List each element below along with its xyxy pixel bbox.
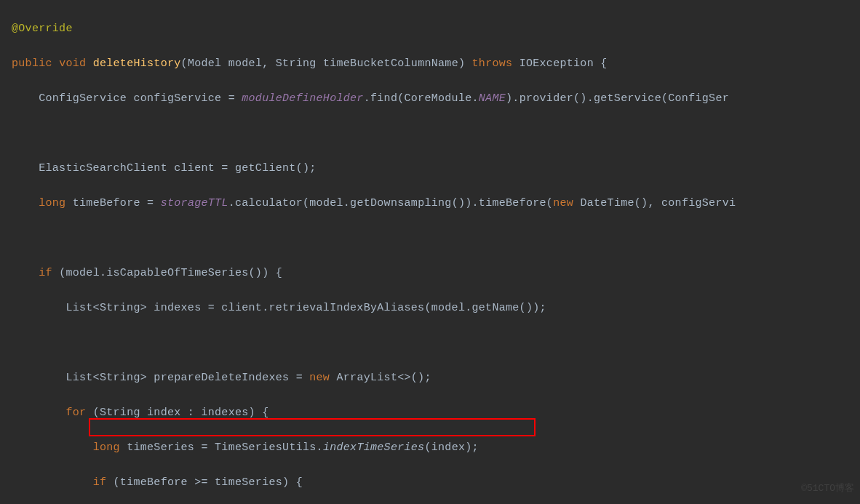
code-line: List<String> prepareDeleteIndexes = new … [12, 369, 860, 387]
code-line: List<String> indexes = client.retrievalI… [12, 300, 860, 317]
code-line [12, 230, 860, 247]
code-line: for (String index : indexes) { [12, 404, 860, 422]
code-line: if (model.isCapableOfTimeSeries()) { [12, 265, 860, 282]
method-name: deleteHistory [93, 57, 181, 70]
code-editor[interactable]: @Override public void deleteHistory(Mode… [0, 0, 860, 504]
code-line: @Override [12, 20, 860, 38]
annotation: @Override [12, 23, 73, 35]
watermark: ©51CTO博客 [801, 481, 854, 497]
code-line: if (timeBefore >= timeSeries) { [12, 474, 860, 492]
code-line [12, 125, 860, 143]
code-line: long timeBefore = storageTTL.calculator(… [12, 195, 860, 212]
code-line: ConfigService configService = moduleDefi… [12, 90, 860, 108]
code-line: public void deleteHistory(Model model, S… [12, 55, 860, 73]
code-line: long timeSeries = TimeSeriesUtils.indexT… [12, 439, 860, 457]
code-line [12, 335, 860, 352]
code-line: ElasticSearchClient client = getClient()… [12, 160, 860, 177]
